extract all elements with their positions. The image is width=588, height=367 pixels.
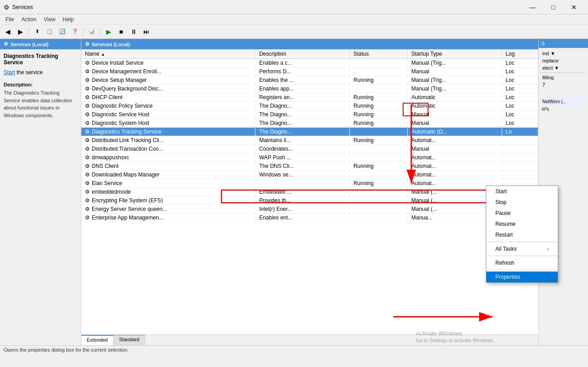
- minimize-button[interactable]: —: [522, 0, 543, 14]
- toolbar-help[interactable]: ❓: [69, 26, 81, 38]
- table-row[interactable]: ⚙Device Setup ManagerEnables the ...Runn…: [81, 76, 538, 85]
- table-row[interactable]: ⚙Diagnostic Policy ServiceThe Diagno...R…: [81, 102, 538, 110]
- service-gear-icon: ⚙: [85, 111, 90, 118]
- networx-value: 4Pk: [541, 106, 586, 113]
- service-desc-cell: Provides th...: [255, 196, 350, 205]
- toolbar-play[interactable]: ▶: [103, 26, 114, 38]
- service-log-cell: [502, 171, 538, 179]
- service-desc-cell: Coordinates...: [255, 145, 350, 153]
- editing-item[interactable]: lliting: [541, 74, 586, 81]
- service-desc-cell: Enables app...: [255, 85, 350, 93]
- table-row[interactable]: ⚙Diagnostic Service HostThe Diagno...Run…: [81, 110, 538, 119]
- start-service-link[interactable]: Start: [4, 69, 15, 76]
- left-panel-content: Diagnostics Tracking Service Start the s…: [0, 49, 81, 123]
- service-status-cell: Running: [349, 136, 407, 145]
- status-bar: Opens the properties dialog box for the …: [0, 345, 588, 355]
- toolbar-step[interactable]: ⏭: [141, 26, 152, 38]
- table-row[interactable]: ⚙Elan ServiceRunningAutomat...: [81, 179, 538, 188]
- context-menu-item-refresh[interactable]: Refresh: [486, 257, 558, 268]
- networx-panel: NetWorx (...: [541, 97, 586, 106]
- table-row[interactable]: ⚙dmwappushsvcWAP Push ...Automat...: [81, 153, 538, 162]
- toolbar-stop[interactable]: ■: [115, 26, 127, 38]
- service-name-cell: ⚙Device Install Service: [81, 59, 255, 67]
- table-row[interactable]: ⚙DHCP ClientRegisters an...RunningAutoma…: [81, 93, 538, 102]
- service-log-cell: Lo: [502, 128, 538, 136]
- close-button[interactable]: ✕: [564, 0, 584, 14]
- page-number: 7: [541, 81, 586, 88]
- maximize-button[interactable]: □: [543, 0, 564, 14]
- services-table: Name ▲ Description Status Startup Type L…: [81, 49, 538, 222]
- service-gear-icon: ⚙: [85, 214, 90, 221]
- service-desc-cell: [255, 179, 350, 188]
- service-description: Description: The Diagnostics Tracking Se…: [4, 82, 77, 119]
- context-menu-separator: [486, 242, 558, 242]
- service-status-cell: [349, 205, 407, 214]
- replace-item[interactable]: replace: [541, 57, 586, 64]
- service-desc-cell: The Diagno...: [255, 128, 350, 136]
- toolbar: ◀ ▶ ⬆ 📋 🔄 ❓ 📊 ▶ ■ ⏸ ⏭: [0, 24, 588, 39]
- toolbar-pause[interactable]: ⏸: [128, 26, 140, 38]
- service-name-cell: ⚙dmwappushsvc: [81, 153, 255, 162]
- menu-action[interactable]: Action: [18, 15, 40, 24]
- select-item[interactable]: elect ▼: [541, 64, 586, 71]
- service-gear-icon: ⚙: [85, 206, 90, 212]
- context-menu-item-resume[interactable]: Resume: [486, 219, 558, 229]
- table-row[interactable]: ⚙Downloaded Maps ManagerWindows se...Aut…: [81, 171, 538, 179]
- context-menu-item-properties[interactable]: Properties: [486, 272, 558, 282]
- context-menu-item-restart[interactable]: Restart: [486, 229, 558, 240]
- col-description[interactable]: Description: [255, 49, 350, 59]
- table-row[interactable]: ⚙embeddedmodeEmbedded ...Manual (...: [81, 188, 538, 196]
- toolbar-forward[interactable]: ▶: [14, 26, 26, 38]
- service-desc-cell: WAP Push ...: [255, 153, 350, 162]
- service-status-cell: Running: [349, 119, 407, 128]
- tab-standard[interactable]: Standard: [113, 335, 145, 345]
- service-desc-cell: The Diagno...: [255, 119, 350, 128]
- service-log-cell: Loc: [502, 59, 538, 67]
- find-item[interactable]: ind ▼: [541, 50, 586, 57]
- service-status-cell: Running: [349, 93, 407, 102]
- context-menu-item-start[interactable]: Start: [486, 186, 558, 197]
- toolbar-export[interactable]: 📊: [86, 26, 98, 38]
- service-name-cell: ⚙Diagnostic System Host: [81, 119, 255, 128]
- col-startup[interactable]: Startup Type: [408, 49, 502, 59]
- services-list[interactable]: Name ▲ Description Status Startup Type L…: [81, 49, 538, 334]
- table-row[interactable]: ⚙Device Management Enroll...Performs D..…: [81, 67, 538, 76]
- col-log[interactable]: Log: [502, 49, 538, 59]
- table-row[interactable]: ⚙Distributed Link Tracking Cli...Maintai…: [81, 136, 538, 145]
- service-status-cell: [349, 171, 407, 179]
- context-menu-item-pause[interactable]: Pause: [486, 208, 558, 219]
- table-row[interactable]: ⚙Enterprise App Managemen...Enables ent.…: [81, 214, 538, 222]
- table-row[interactable]: ⚙DevQuery Background Disc...Enables app.…: [81, 85, 538, 93]
- service-gear-icon: ⚙: [85, 154, 90, 161]
- title-bar: ⚙ Services — □ ✕: [0, 0, 588, 14]
- menu-help[interactable]: Help: [59, 15, 78, 24]
- service-name-cell: ⚙Diagnostics Tracking Service: [81, 128, 255, 136]
- toolbar-show-hide[interactable]: 📋: [44, 26, 56, 38]
- service-startup-cell: Manual (Trig...: [408, 59, 502, 67]
- menu-file[interactable]: File: [2, 15, 18, 24]
- table-row[interactable]: ⚙Energy Server Service queen...Intel(r) …: [81, 205, 538, 214]
- service-gear-icon: ⚙: [85, 146, 90, 152]
- service-startup-cell: Automat...: [408, 162, 502, 171]
- col-status[interactable]: Status: [349, 49, 407, 59]
- menu-view[interactable]: View: [40, 15, 59, 24]
- table-row[interactable]: ⚙Encrypting File System (EFS)Provides th…: [81, 196, 538, 205]
- tab-extended[interactable]: Extended: [81, 335, 113, 345]
- table-row[interactable]: ⚙Distributed Transaction Coo...Coordinat…: [81, 145, 538, 153]
- context-menu-item-all-tasks[interactable]: All Tasks›: [486, 243, 558, 254]
- toolbar-back[interactable]: ◀: [2, 26, 14, 38]
- table-row[interactable]: ⚙Diagnostics Tracking ServiceThe Diagno.…: [81, 128, 538, 136]
- selected-service-title: Diagnostics Tracking Service: [4, 53, 77, 66]
- toolbar-up[interactable]: ⬆: [31, 26, 43, 38]
- table-row[interactable]: ⚙Diagnostic System HostThe Diagno...Runn…: [81, 119, 538, 128]
- service-name-cell: ⚙DevQuery Background Disc...: [81, 85, 255, 93]
- table-row[interactable]: ⚙Device Install ServiceEnables a c...Man…: [81, 59, 538, 67]
- far-right-header: S: [539, 39, 588, 48]
- context-menu-item-stop[interactable]: Stop: [486, 197, 558, 208]
- service-desc-cell: Performs D...: [255, 67, 350, 76]
- table-row[interactable]: ⚙DNS ClientThe DNS Cli...RunningAutomat.…: [81, 162, 538, 171]
- col-name[interactable]: Name ▲: [81, 49, 255, 59]
- service-name-cell: ⚙Energy Server Service queen...: [81, 205, 255, 214]
- toolbar-refresh[interactable]: 🔄: [56, 26, 68, 38]
- service-name-cell: ⚙Diagnostic Policy Service: [81, 102, 255, 110]
